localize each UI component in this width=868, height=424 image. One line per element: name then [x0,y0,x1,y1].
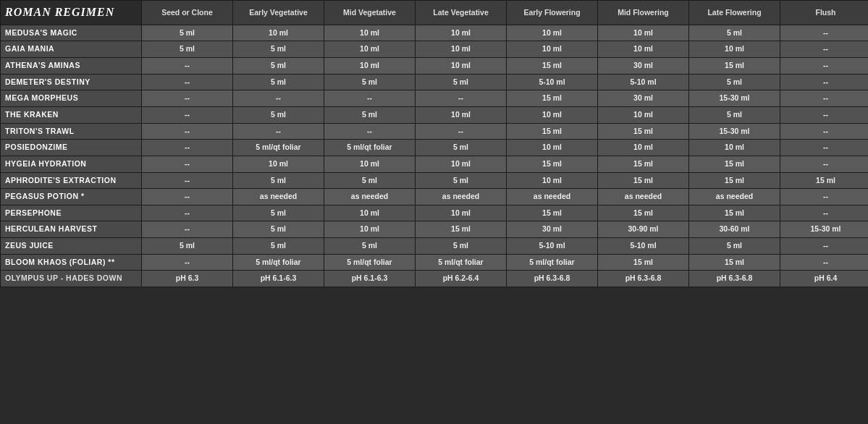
row-product-name: Posiedonzime [1,140,142,156]
row-cell: 15 ml [507,205,598,221]
row-cell: -- [142,221,233,238]
row-cell: -- [233,123,324,140]
row-cell: 15 ml [780,172,869,189]
row-cell: 5-10 ml [507,238,598,255]
row-cell: -- [780,156,869,172]
row-cell: -- [142,254,233,271]
row-cell: 5 ml [233,58,324,75]
row-cell: 5 ml [689,25,780,41]
row-cell: 30 ml [507,221,598,238]
row-cell: 10 ml [689,140,780,156]
regimen-table: Roman Regimen Seed or Clone Early Vegeta… [0,0,868,287]
row-cell: 5 ml [416,74,507,90]
main-container: Roman Regimen Seed or Clone Early Vegeta… [0,0,868,287]
row-cell: as needed [416,189,507,205]
row-cell: 5 ml/qt foliar [324,254,416,271]
table-title: Roman Regimen [1,1,142,25]
row-cell: 10 ml [324,205,416,221]
row-cell: 10 ml [416,156,507,172]
row-cell: 5 ml [416,238,507,255]
row-cell: as needed [689,189,780,205]
table-row: Aphrodite's Extraction--5 ml5 ml5 ml10 m… [1,172,869,189]
row-cell: 10 ml [416,107,507,124]
row-cell: pH 6.3-6.8 [598,271,689,287]
row-cell: 15-30 ml [689,123,780,140]
row-cell: -- [780,189,869,205]
row-product-name: Persephone [1,205,142,221]
row-cell: 10 ml [507,41,598,58]
row-cell: 30-90 ml [598,221,689,238]
row-cell: 10 ml [507,107,598,124]
row-product-name: Mega Morpheus [1,90,142,107]
row-cell: 10 ml [233,156,324,172]
row-cell: -- [780,107,869,124]
row-product-name: Triton's Trawl [1,123,142,140]
col-header-mid-flower: Mid Flowering [598,1,689,25]
row-cell: -- [780,74,869,90]
row-cell: 15 ml [416,221,507,238]
row-cell: 10 ml [233,25,324,41]
row-cell: 5-10 ml [598,238,689,255]
col-header-seed: Seed or Clone [142,1,233,25]
row-product-name: Zeus Juice [1,238,142,255]
row-cell: 15 ml [507,156,598,172]
row-product-name: Medusa's Magic [1,25,142,41]
row-cell: pH 6.3 [142,271,233,287]
row-product-name: Bloom Khaos (Foliar) ** [1,254,142,271]
row-cell: 10 ml [416,205,507,221]
row-cell: 15 ml [598,123,689,140]
row-cell: 15 ml [689,254,780,271]
row-cell: 10 ml [324,156,416,172]
row-cell: 5 ml [233,107,324,124]
row-cell: 10 ml [324,41,416,58]
row-cell: 5 ml [689,74,780,90]
row-product-name: Demeter's Destiny [1,74,142,90]
row-cell: pH 6.1-6.3 [233,271,324,287]
row-cell: 5 ml [233,238,324,255]
row-cell: -- [142,58,233,75]
row-cell: 5 ml/qt foliar [324,140,416,156]
row-product-name: Herculean Harvest [1,221,142,238]
table-row: Pegasus Potion *--as neededas neededas n… [1,189,869,205]
row-cell: -- [780,58,869,75]
row-cell: 30 ml [598,90,689,107]
row-cell: 10 ml [416,25,507,41]
row-cell: as needed [324,189,416,205]
row-cell: 10 ml [507,25,598,41]
table-row: Persephone--5 ml10 ml10 ml15 ml15 ml15 m… [1,205,869,221]
row-cell: 5 ml/qt foliar [416,254,507,271]
row-cell: -- [780,140,869,156]
row-cell: -- [780,41,869,58]
row-cell: as needed [598,189,689,205]
row-cell: 5 ml [142,41,233,58]
row-cell: pH 6.2-6.4 [416,271,507,287]
row-cell: 10 ml [324,58,416,75]
table-row: Posiedonzime--5 ml/qt foliar5 ml/qt foli… [1,140,869,156]
table-row: Triton's Trawl--------15 ml15 ml15-30 ml… [1,123,869,140]
row-cell: 10 ml [689,41,780,58]
row-cell: 10 ml [416,58,507,75]
col-header-flush: Flush [780,1,869,25]
row-cell: 5 ml/qt foliar [507,254,598,271]
table-row: Medusa's Magic5 ml10 ml10 ml10 ml10 ml10… [1,25,869,41]
row-cell: -- [233,90,324,107]
table-row: The Kraken--5 ml5 ml10 ml10 ml10 ml5 ml-… [1,107,869,124]
row-cell: -- [324,123,416,140]
row-cell: 5 ml [689,107,780,124]
row-cell: 5 ml [142,238,233,255]
col-header-late-veg: Late Vegetative [416,1,507,25]
col-header-early-flower: Early Flowering [507,1,598,25]
row-cell: 10 ml [598,41,689,58]
row-cell: -- [142,123,233,140]
col-header-late-flower: Late Flowering [689,1,780,25]
row-cell: pH 6.4 [780,271,869,287]
row-product-name: Gaia Mania [1,41,142,58]
row-cell: -- [142,107,233,124]
row-cell: 15 ml [507,58,598,75]
row-cell: -- [324,90,416,107]
row-cell: 10 ml [598,140,689,156]
table-row: Bloom Khaos (Foliar) **--5 ml/qt foliar5… [1,254,869,271]
col-header-early-veg: Early Vegetative [233,1,324,25]
row-cell: 10 ml [324,221,416,238]
row-cell: 5 ml/qt foliar [233,254,324,271]
